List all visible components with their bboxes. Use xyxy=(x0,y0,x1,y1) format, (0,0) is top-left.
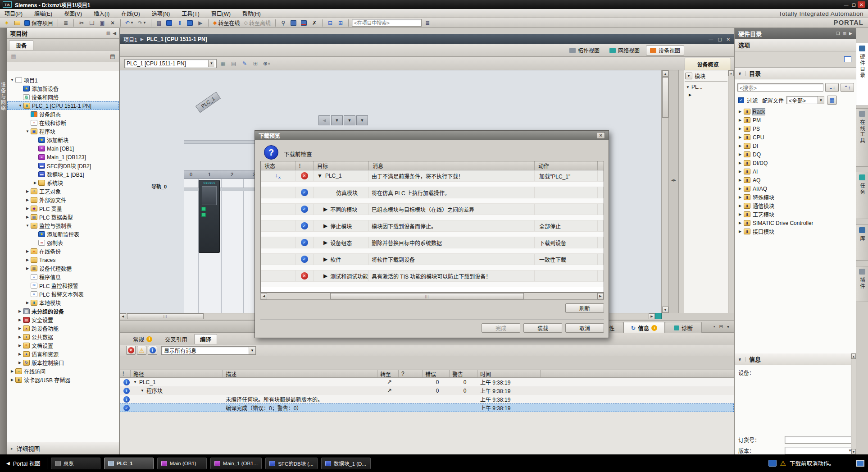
start-cpu-button[interactable]: ▶ xyxy=(196,19,205,27)
menu-item-7[interactable]: 窗口(W) xyxy=(211,9,231,17)
cut-button[interactable]: ✂ xyxy=(77,19,86,27)
catalog-float-icon[interactable]: ❏ xyxy=(836,31,840,36)
save-project-button[interactable]: 保存项目 xyxy=(23,19,55,27)
expand-arrow-icon[interactable]: ▶ xyxy=(18,352,22,356)
plc-name-tag[interactable]: PLC_1 xyxy=(195,92,221,113)
menu-item-5[interactable]: 选项(N) xyxy=(152,9,170,17)
expand-arrow-icon[interactable]: ▶ xyxy=(25,189,30,193)
fit-view-icon[interactable] xyxy=(655,313,662,319)
overview-right-scrollbar[interactable]: ▲ xyxy=(728,70,734,313)
show-grid-icon[interactable]: ▦ xyxy=(218,60,227,68)
find-next-icon[interactable]: ⌄↓ xyxy=(825,83,839,92)
close-icon[interactable]: ✕ xyxy=(858,1,865,8)
tree-item-强制表[interactable]: ∞强制表 xyxy=(7,238,119,247)
tree-item-程序块[interactable]: ▼▣程序块 xyxy=(7,127,119,136)
undo-button[interactable]: ↶▼ xyxy=(124,19,135,27)
catalog-item-PM[interactable]: ▶▮PM xyxy=(735,116,850,124)
slot-header-0[interactable]: 0 xyxy=(184,170,198,179)
slot-column-2[interactable] xyxy=(221,179,243,313)
catalog-item-SIMATIC Drive Controller[interactable]: ▶▮SIMATIC Drive Controller xyxy=(735,219,850,227)
go-online-button[interactable]: ◆转至在线 xyxy=(212,19,241,27)
expand-arrow-icon[interactable]: ▶ xyxy=(25,266,30,270)
expand-arrow-icon[interactable]: ▶ xyxy=(323,273,327,279)
tree-item-设备和网络[interactable]: 品设备和网络 xyxy=(7,93,119,101)
slot-column-0[interactable] xyxy=(184,179,198,313)
menu-item-0[interactable]: 项目(P) xyxy=(5,9,23,17)
order-number-field[interactable] xyxy=(785,436,853,444)
expand-arrow-icon[interactable]: ▶ xyxy=(18,335,22,339)
expand-arrow-icon[interactable]: ▶ xyxy=(737,170,743,174)
tree-item-PLC-报警文本列表[interactable]: ≡PLC 报警文本列表 xyxy=(7,290,119,298)
zoom-icon[interactable]: ⊕± xyxy=(262,60,271,68)
catalog-expand-icon[interactable]: ▶ xyxy=(849,31,852,36)
split-vertical-button[interactable]: ⊞ xyxy=(336,19,345,27)
expand-arrow-icon[interactable]: ▶ xyxy=(737,144,743,148)
expand-arrow-icon[interactable]: ▶ xyxy=(323,256,327,262)
overview-splitter[interactable]: ◀▶ xyxy=(668,70,678,313)
tree-item-PLC-监控和报警[interactable]: ✉PLC 监控和报警 xyxy=(7,281,119,290)
right-tab-库[interactable]: 库 xyxy=(856,225,868,261)
menu-item-2[interactable]: 视图(V) xyxy=(64,9,82,17)
catalog-item-CPU[interactable]: ▶▮CPU xyxy=(735,133,850,142)
expand-arrow-icon[interactable]: ▶ xyxy=(737,152,743,156)
slot-header-1[interactable]: 1 xyxy=(198,170,221,179)
catalog-pin-icon[interactable]: ▥ xyxy=(843,31,847,36)
tree-item-在线和诊断[interactable]: +在线和诊断 xyxy=(7,119,119,127)
find-previous-icon[interactable]: ⌃↑ xyxy=(841,83,854,92)
expand-arrow-icon[interactable]: ▶ xyxy=(737,221,743,225)
expand-arrow-icon[interactable]: ▶ xyxy=(25,206,30,211)
tree-item-Main-[OB1][interactable]: ≡Main [OB1] xyxy=(7,144,119,153)
nav-down-button-3[interactable]: ▼ xyxy=(356,115,368,125)
overview-row-expander[interactable]: ▶ xyxy=(689,93,691,97)
table-view-icon[interactable]: ⊞ xyxy=(251,60,260,68)
copy-button[interactable]: ❏ xyxy=(87,19,96,27)
editor-maximize-icon[interactable]: ▢ xyxy=(718,37,722,42)
print-button[interactable]: ≣ xyxy=(61,19,70,27)
tree-item-添加新块[interactable]: ★添加新块 xyxy=(7,136,119,144)
tree-item-在线备份[interactable]: ▶●在线备份 xyxy=(7,247,119,256)
expand-arrow-icon[interactable]: ▶ xyxy=(737,161,743,165)
tree-item-PLC-变量[interactable]: ▶◆PLC 变量 xyxy=(7,204,119,213)
menu-item-3[interactable]: 插入(I) xyxy=(94,9,109,17)
info-section-header[interactable]: ∨ 信息 xyxy=(735,353,857,365)
expand-arrow-icon[interactable]: ▶ xyxy=(737,195,743,199)
taskbar-item-PLC_1[interactable]: PLC_1 xyxy=(104,458,154,469)
catalog-item-DQ[interactable]: ▶▮DQ xyxy=(735,150,850,159)
goto-arrow-icon[interactable]: ↗ xyxy=(387,387,392,394)
menu-item-6[interactable]: 工具(T) xyxy=(182,9,199,17)
info-scrollbar[interactable]: ▲ ▼ xyxy=(851,353,856,454)
装载-button[interactable]: 装载 xyxy=(523,323,562,333)
collapse-panel-icon[interactable]: ◀ xyxy=(113,31,116,36)
catalog-item-DI[interactable]: ▶▮DI xyxy=(735,142,850,150)
goto-arrow-icon[interactable]: ↗ xyxy=(387,379,392,385)
details-view-bar[interactable]: ▸ 详细视图 xyxy=(7,442,119,454)
expand-arrow-icon[interactable]: ▶ xyxy=(737,204,743,208)
taskbar-item-总览[interactable]: 总览 xyxy=(51,458,100,469)
catalog-item-工艺模块[interactable]: ▶▮工艺模块 xyxy=(735,210,850,219)
open-project-button[interactable] xyxy=(13,19,22,27)
upload-button[interactable]: ⬆ xyxy=(175,19,184,27)
search-options-button[interactable]: ≣ xyxy=(423,19,432,27)
expand-arrow-icon[interactable]: ▼ xyxy=(25,224,30,228)
cpu-module[interactable]: SIEMENS xyxy=(199,180,220,253)
catalog-item-特殊模块[interactable]: ▶▮特殊模块 xyxy=(735,193,850,202)
collapse-info-icon[interactable]: ∨ xyxy=(735,357,745,362)
expand-arrow-icon[interactable]: ▼ xyxy=(18,104,23,108)
tree-item-公共数据[interactable]: ▶i公共数据 xyxy=(7,333,119,341)
dialog-row-软件[interactable]: ✓▶软件将软件下载到设备一致性下载 xyxy=(261,254,604,265)
expand-arrow-icon[interactable]: ▶ xyxy=(737,187,743,191)
expand-arrow-icon[interactable]: ▶ xyxy=(737,135,743,139)
redo-button[interactable]: ↷▼ xyxy=(136,19,148,27)
catalog-search-input[interactable]: <搜索> xyxy=(737,83,823,92)
cross-reference-button[interactable]: ✗ xyxy=(310,19,319,27)
expand-arrow-icon[interactable]: ▶ xyxy=(18,309,22,313)
expand-arrow-icon[interactable]: ▶ xyxy=(18,344,22,348)
start-simulation-button[interactable] xyxy=(186,19,195,27)
expand-arrow-icon[interactable]: ▶ xyxy=(737,110,743,114)
tab-devices[interactable]: 设备 xyxy=(9,40,33,50)
split-horizontal-button[interactable]: ⊟ xyxy=(326,19,335,27)
dialog-row-仿真模块[interactable]: ✓仿真模块将在仿真 PLC 上执行加载操作。 xyxy=(261,187,604,198)
expand-arrow-icon[interactable]: ▼ xyxy=(133,380,137,384)
tree-item-读卡器/USB-存储器[interactable]: ▶▮读卡器/USB 存储器 xyxy=(7,376,119,384)
catalog-item-AI/AQ[interactable]: ▶▮AI/AQ xyxy=(735,184,850,193)
